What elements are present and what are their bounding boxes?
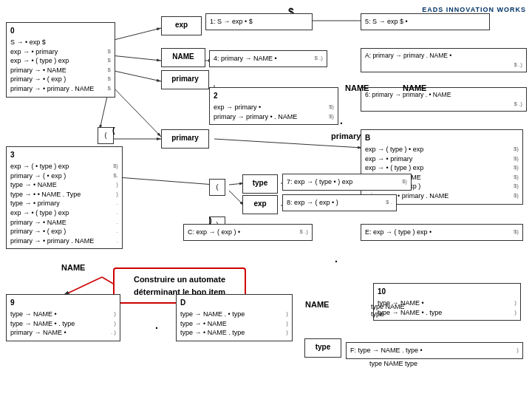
rule-8-text: 8: exp → ( exp • ) $ . — [287, 198, 392, 208]
box-0-row-6: primary → • primary . NAME$ — [10, 84, 111, 94]
box-9-row-2: type → NAME • . type) — [10, 319, 116, 329]
svg-line-4 — [111, 55, 161, 61]
box-3-row-7: primary → • NAME. — [10, 218, 118, 228]
box-open-paren-2: ( — [209, 179, 225, 196]
box-primary-2: primary — [161, 129, 209, 149]
rule-4: 4: primary → NAME • $ .) — [209, 50, 327, 67]
box-3-row-3: type → • NAME) — [10, 180, 118, 190]
rule-e: E: exp → ( type ) exp • $) — [361, 224, 523, 241]
box-9-title: 9 — [10, 298, 116, 308]
box-open-paren-label: ( — [105, 132, 107, 139]
float-name-bottom: NAME — [61, 263, 85, 272]
float-dot-bottom: . — [335, 253, 338, 265]
rule-7: 7: exp → ( type • ) exp $) — [282, 174, 412, 191]
box-name-1-title: NAME — [166, 52, 201, 62]
box-2-row-2: primary → primary • . NAME$) — [214, 112, 334, 122]
box-3-row-5: type → • primary. — [10, 199, 118, 208]
box-type-2: type — [304, 338, 341, 358]
box-0-row-1: S → • exp $ — [10, 38, 111, 47]
rule-8: 8: exp → ( exp • ) $ . — [282, 194, 397, 211]
box-d-title: D — [180, 298, 288, 308]
box-0-row-3: exp → • ( type ) exp$ — [10, 56, 111, 66]
rule-c: C: exp → ( exp ) • $ .) — [183, 224, 313, 241]
rule-4-text: 4: primary → NAME • $ .) — [214, 54, 323, 64]
svg-line-5 — [111, 70, 161, 81]
box-name-1: NAME — [161, 48, 205, 67]
svg-line-20 — [63, 277, 102, 296]
box-3-row-1: exp → ( • type ) exp$) — [10, 162, 118, 171]
box-d-row-2: type → • NAME) — [180, 319, 288, 329]
float-name-b: NAME — [403, 83, 426, 92]
box-primary-1-title: primary — [166, 74, 205, 84]
box-type: type — [242, 174, 278, 194]
float-primary: primary — [331, 132, 361, 140]
box-b-row-2: exp → • primary$) — [365, 154, 519, 164]
dot-connector: . — [340, 115, 343, 126]
box-9: 9 type → NAME •) type → NAME • . type) p… — [6, 294, 120, 341]
rule-a-text: A: primary → primary . NAME • — [365, 52, 522, 61]
box-2: 2 exp → primary •$) primary → primary • … — [209, 87, 338, 125]
rule-c-text: C: exp → ( exp ) • $ .) — [188, 228, 308, 237]
box-0-row-4: primary → • NAME$ — [10, 66, 111, 75]
float-open-paren: ( — [112, 126, 115, 134]
box-3-row-6: exp → • ( type ) exp. — [10, 208, 118, 218]
box-b-title: B — [365, 133, 519, 143]
box-open-paren-2-label: ( — [216, 183, 219, 191]
box-open-paren: ( — [98, 127, 114, 144]
type-name-label: type NAME type — [371, 303, 519, 318]
box-exp-title: exp — [166, 20, 197, 30]
float-name-a: NAME — [345, 83, 369, 92]
box-9-row-3: primary → NAME •. ) — [10, 328, 116, 338]
rule-f: F: type → NAME . type • ) — [346, 342, 523, 359]
box-b-row-1: exp → ( type ) • exp$) — [365, 145, 519, 154]
box-primary-2-title: primary — [166, 133, 205, 143]
rule-e-text: E: exp → ( type ) exp • $) — [365, 228, 519, 237]
box-10-title: 10 — [378, 287, 516, 297]
box-3-row-9: primary → • primary . NAME. — [10, 236, 118, 246]
rule-7-text: 7: exp → ( type • ) exp $) — [287, 177, 407, 187]
box-b: B exp → ( type ) • exp$) exp → • primary… — [361, 129, 523, 205]
box-3-row-4: type → • • NAME . Type) — [10, 190, 118, 200]
svg-line-9 — [111, 85, 161, 137]
logo: EADS INNOVATION WORKS — [422, 6, 526, 13]
box-exp-2-title: exp — [247, 199, 273, 209]
svg-line-13 — [118, 177, 214, 185]
float-dot-bottom-2: . — [155, 319, 158, 331]
box-b-row-3: exp → • ( type ) exp$) — [365, 163, 519, 173]
box-9-row-1: type → NAME •) — [10, 310, 116, 319]
box-primary-1: primary — [161, 70, 209, 89]
box-0-title: 0 — [10, 26, 111, 36]
rule-6-text: 6: primary → primary . • NAME — [365, 91, 522, 100]
box-type-title: type — [247, 178, 273, 188]
type-name-type-label: type NAME type — [369, 360, 517, 367]
box-0-row-5: primary → • ( exp )$ — [10, 75, 111, 84]
box-3: 3 exp → ( • type ) exp$) primary → ( • e… — [6, 146, 123, 249]
svg-line-16 — [229, 191, 244, 205]
box-0-row-2: exp → • primary$ — [10, 47, 111, 57]
box-type-2-title: type — [309, 342, 337, 352]
box-3-row-2: primary → ( • exp )$. — [10, 171, 118, 181]
box-d-row-3: type → • NAME . type) — [180, 328, 288, 338]
float-name-d: NAME — [305, 300, 329, 309]
box-d-row-1: type → NAME . • type) — [180, 310, 288, 319]
box-2-row-1: exp → primary •$) — [214, 103, 334, 112]
box-3-row-8: primary → • ( exp ). — [10, 227, 118, 236]
box-2-title: 2 — [214, 91, 334, 101]
rule-f-text: F: type → NAME . type • ) — [350, 346, 519, 355]
box-d: D type → NAME . • type) type → • NAME) t… — [176, 294, 293, 341]
rule-6: 6: primary → primary . • NAME $ .) — [361, 87, 527, 112]
box-exp-2: exp — [242, 195, 278, 214]
rule-1-text: 1: S → exp • $ — [210, 17, 308, 27]
svg-line-1 — [111, 28, 161, 41]
float-close-paren: ) — [209, 216, 212, 225]
box-0: 0 S → • exp $ exp → • primary$ exp → • (… — [6, 22, 115, 98]
rule-1: 1: S → exp • $ — [205, 13, 313, 30]
box-3-title: 3 — [10, 150, 118, 160]
box-exp: exp — [161, 16, 202, 35]
rule-a: A: primary → primary . NAME • $ .) — [361, 48, 527, 72]
rule-5: 5: S → exp $ • — [361, 13, 490, 30]
svg-line-14 — [229, 183, 244, 185]
rule-5-text: 5: S → exp $ • — [365, 17, 485, 27]
